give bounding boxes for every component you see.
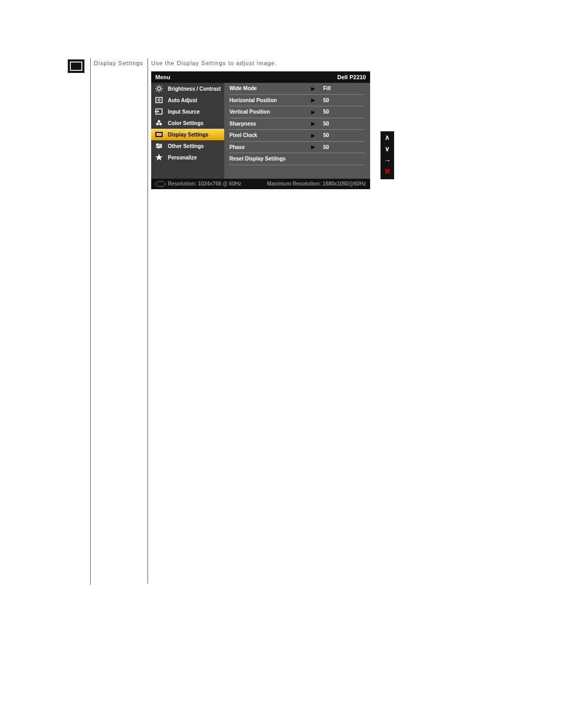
setting-value: 50 <box>318 109 365 115</box>
osd-panel: Menu Dell P2210 Brightness / Contrast <box>151 71 370 189</box>
menu-item-input-source[interactable]: Input Source <box>151 106 224 117</box>
triangle-right-icon: ▶ <box>308 97 318 103</box>
menu-item-other-settings[interactable]: Other Settings <box>151 140 224 152</box>
setting-label: Vertical Position <box>229 109 308 115</box>
svg-rect-18 <box>157 144 158 145</box>
footer-max-resolution: Maximum Resolution: 1680x1050@60Hz <box>267 181 366 187</box>
setting-label: Sharpness <box>229 121 308 127</box>
star-icon <box>154 153 164 162</box>
menu-item-color-settings[interactable]: Color Settings <box>151 117 224 129</box>
input-icon <box>154 107 164 116</box>
nav-down-button[interactable]: ∨ <box>381 143 394 154</box>
menu-label: Input Source <box>168 109 200 115</box>
display-icon <box>154 130 164 139</box>
triangle-right-icon: ▶ <box>308 133 318 138</box>
setting-value: 50 <box>318 144 365 150</box>
osd-model-label: Dell P2210 <box>337 74 366 80</box>
svg-point-13 <box>160 123 162 126</box>
osd-footer: Resolution: 1024x768 @ 60Hz Maximum Reso… <box>151 179 370 189</box>
nav-up-button[interactable]: ∧ <box>381 131 394 143</box>
monitor-icon <box>70 61 82 71</box>
svg-line-8 <box>161 86 162 87</box>
osd-side-buttons: ∧ ∨ → ✕ <box>381 131 394 179</box>
footer-resolution: Resolution: 1024x768 @ 60Hz <box>155 181 241 187</box>
osd-body: Brightness / Contrast Auto Adjust <box>151 83 370 179</box>
close-icon: ✕ <box>384 167 391 176</box>
chevron-up-icon: ∧ <box>385 133 390 141</box>
section-content-column: Use the Display Settings to adjust image… <box>148 58 394 189</box>
setting-label: Phase <box>229 144 308 150</box>
energy-star-icon <box>155 181 166 187</box>
setting-value: Fill <box>318 85 365 91</box>
osd-header: Menu Dell P2210 <box>151 71 370 83</box>
setting-vertical-position[interactable]: Vertical Position ▶ 50 <box>229 106 365 118</box>
svg-point-0 <box>157 87 161 90</box>
menu-item-personalize[interactable]: Personalize <box>151 152 224 163</box>
menu-item-auto-adjust[interactable]: Auto Adjust <box>151 94 224 106</box>
menu-label: Brightness / Contrast <box>168 86 221 92</box>
setting-label: Pixel Clock <box>229 132 308 138</box>
spacer <box>381 177 394 179</box>
section-title: Display Settings <box>94 60 144 66</box>
triangle-right-icon: ▶ <box>308 109 318 115</box>
color-icon <box>154 118 164 128</box>
display-settings-row-icon <box>68 59 84 73</box>
triangle-right-icon: ▶ <box>308 144 318 150</box>
svg-rect-20 <box>158 147 159 148</box>
sliders-icon <box>154 141 164 151</box>
menu-label: Other Settings <box>168 143 204 149</box>
svg-point-12 <box>156 123 159 126</box>
section-title-column: Display Settings <box>91 58 148 584</box>
svg-rect-14 <box>156 132 162 137</box>
setting-label: Reset Display Settings <box>229 156 308 162</box>
menu-label: Color Settings <box>168 120 203 126</box>
osd-settings-pane: Wide Mode ▶ Fill Horizontal Position ▶ 5… <box>224 83 370 179</box>
sun-icon <box>154 84 164 93</box>
triangle-right-icon: ▶ <box>308 121 318 126</box>
menu-item-display-settings[interactable]: Display Settings <box>151 129 224 140</box>
setting-value: 50 <box>318 121 365 127</box>
arrow-right-icon: → <box>384 156 391 164</box>
section-description: Use the Display Settings to adjust image… <box>151 60 394 66</box>
setting-value: 50 <box>318 132 365 138</box>
menu-label: Auto Adjust <box>168 97 197 103</box>
footer-resolution-text: Resolution: 1024x768 @ 60Hz <box>168 181 241 187</box>
setting-horizontal-position[interactable]: Horizontal Position ▶ 50 <box>229 95 365 107</box>
auto-icon <box>154 95 164 105</box>
setting-wide-mode[interactable]: Wide Mode ▶ Fill <box>229 83 365 95</box>
osd-menu-label: Menu <box>155 74 170 80</box>
setting-label: Wide Mode <box>229 85 308 91</box>
setting-phase[interactable]: Phase ▶ 50 <box>229 142 365 154</box>
svg-rect-19 <box>160 145 161 146</box>
setting-label: Horizontal Position <box>229 97 308 103</box>
triangle-right-icon: ▶ <box>308 86 318 91</box>
svg-point-11 <box>158 120 161 123</box>
setting-reset-display[interactable]: Reset Display Settings <box>229 153 365 165</box>
page-layout: Display Settings Use the Display Setting… <box>0 0 563 585</box>
setting-pixel-clock[interactable]: Pixel Clock ▶ 50 <box>229 130 365 142</box>
menu-label: Display Settings <box>168 132 209 138</box>
setting-sharpness[interactable]: Sharpness ▶ 50 <box>229 118 365 130</box>
menu-item-brightness[interactable]: Brightness / Contrast <box>151 83 224 94</box>
svg-line-7 <box>156 91 157 92</box>
osd-wrapper: Menu Dell P2210 Brightness / Contrast <box>151 71 394 189</box>
nav-enter-button[interactable]: → <box>381 154 394 166</box>
svg-line-5 <box>156 86 157 87</box>
nav-exit-button[interactable]: ✕ <box>381 166 394 177</box>
spacer <box>229 165 365 179</box>
menu-label: Personalize <box>168 155 197 161</box>
svg-line-6 <box>161 91 162 92</box>
setting-value: 50 <box>318 97 365 103</box>
svg-point-21 <box>156 181 165 187</box>
osd-left-menu: Brightness / Contrast Auto Adjust <box>151 83 224 179</box>
chevron-down-icon: ∨ <box>385 145 390 153</box>
section-icon-column <box>62 58 91 585</box>
